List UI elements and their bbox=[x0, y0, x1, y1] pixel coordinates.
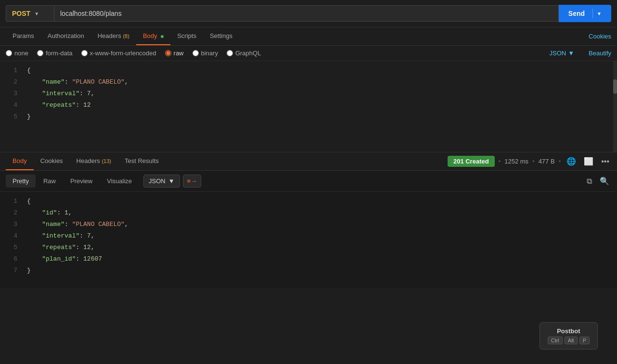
postbot-title: Postbot bbox=[557, 327, 580, 335]
req-line-5: } bbox=[27, 111, 613, 123]
res-line-3: "name": "PLANO CABELO", bbox=[27, 219, 613, 230]
res-line-num-2: 2 bbox=[6, 207, 17, 219]
res-line-4: "interval": 7, bbox=[27, 230, 613, 242]
response-json-dropdown[interactable]: JSON ▼ bbox=[143, 175, 180, 188]
response-format-bar: Pretty Raw Preview Visualize JSON ▼ ≡→ ⧉… bbox=[0, 171, 617, 192]
response-tab-test-results[interactable]: Test Results bbox=[118, 152, 166, 170]
format-tab-visualize[interactable]: Visualize bbox=[100, 175, 139, 188]
beautify-button[interactable]: Beautify bbox=[589, 50, 611, 57]
res-line-num-3: 3 bbox=[6, 219, 17, 230]
json-format-dropdown[interactable]: JSON ▼ bbox=[549, 50, 574, 57]
method-label: POST bbox=[12, 10, 30, 17]
res-line-2: "id": 1, bbox=[27, 207, 613, 219]
body-active-dot bbox=[161, 35, 164, 38]
res-line-num-4: 4 bbox=[6, 230, 17, 242]
more-options-icon[interactable]: ••• bbox=[599, 156, 611, 167]
req-line-4: "repeats": 12 bbox=[27, 100, 613, 111]
send-chevron-icon: ▼ bbox=[597, 11, 602, 16]
line-num-4: 4 bbox=[6, 100, 17, 111]
response-meta: 201 Created • 1252 ms • 477 B • 🌐 ⬜ ••• bbox=[448, 156, 611, 167]
tab-scripts[interactable]: Scripts bbox=[170, 27, 203, 45]
response-time: 1252 ms bbox=[504, 158, 528, 165]
format-tab-raw[interactable]: Raw bbox=[37, 175, 63, 188]
response-tabs: Body Cookies Headers (13) Test Results 2… bbox=[0, 152, 617, 171]
url-bar: POST ▼ Send ▼ bbox=[0, 0, 617, 27]
request-line-numbers: 1 2 3 4 5 bbox=[0, 65, 23, 123]
res-line-num-5: 5 bbox=[6, 242, 17, 253]
response-json-chevron-icon: ▼ bbox=[168, 177, 175, 185]
tab-params[interactable]: Params bbox=[6, 27, 41, 45]
request-code-editor[interactable]: 1 2 3 4 5 { "name": "PLANO CABELO", "int… bbox=[0, 61, 617, 152]
response-tab-cookies[interactable]: Cookies bbox=[34, 152, 70, 170]
request-scrollbar-thumb bbox=[613, 79, 617, 94]
postbot-popup: Postbot Ctrl Alt P bbox=[540, 322, 598, 350]
key-alt: Alt bbox=[565, 337, 578, 344]
res-line-num-7: 7 bbox=[6, 265, 17, 276]
send-button[interactable]: Send ▼ bbox=[559, 5, 611, 22]
res-line-num-1: 1 bbox=[6, 196, 17, 207]
format-icons: ⧉ 🔍 bbox=[585, 175, 611, 188]
tab-body[interactable]: Body bbox=[136, 27, 170, 45]
res-line-6: "plan_id": 12607 bbox=[27, 253, 613, 265]
req-line-2: "name": "PLANO CABELO", bbox=[27, 76, 613, 88]
url-input[interactable] bbox=[54, 5, 559, 22]
response-section: Body Cookies Headers (13) Test Results 2… bbox=[0, 152, 617, 364]
json-chevron-icon: ▼ bbox=[568, 50, 574, 57]
key-p: P bbox=[579, 337, 590, 344]
format-tab-pretty[interactable]: Pretty bbox=[6, 175, 36, 188]
response-tab-headers[interactable]: Headers (13) bbox=[70, 152, 118, 170]
body-type-form-data[interactable]: form-data bbox=[37, 50, 73, 57]
tab-settings[interactable]: Settings bbox=[203, 27, 239, 45]
cookies-link[interactable]: Cookies bbox=[589, 33, 611, 40]
globe-icon[interactable]: 🌐 bbox=[565, 156, 578, 167]
response-code-content: 1 2 3 4 5 6 7 { "id": 1, "name": "PLANO … bbox=[0, 192, 617, 280]
save-icon[interactable]: ⬜ bbox=[582, 156, 595, 167]
response-tab-body[interactable]: Body bbox=[6, 152, 34, 170]
status-badge: 201 Created bbox=[448, 156, 495, 167]
body-type-urlencoded[interactable]: x-www-form-urlencoded bbox=[81, 50, 156, 57]
postbot-shortcut: Ctrl Alt P bbox=[548, 337, 590, 344]
method-dropdown[interactable]: POST ▼ bbox=[6, 5, 54, 22]
req-line-1: { bbox=[27, 65, 613, 76]
format-tab-preview[interactable]: Preview bbox=[64, 175, 99, 188]
line-num-1: 1 bbox=[6, 65, 17, 76]
res-line-1: { bbox=[27, 196, 613, 207]
request-scrollbar[interactable] bbox=[613, 61, 617, 152]
search-response-icon[interactable]: 🔍 bbox=[598, 175, 611, 188]
line-num-2: 2 bbox=[6, 76, 17, 88]
body-type-none[interactable]: none bbox=[6, 50, 28, 57]
send-label: Send bbox=[568, 10, 589, 17]
line-num-5: 5 bbox=[6, 111, 17, 123]
body-type-graphql[interactable]: GraphQL bbox=[227, 50, 261, 57]
req-line-3: "interval": 7, bbox=[27, 88, 613, 100]
response-code-editor[interactable]: 1 2 3 4 5 6 7 { "id": 1, "name": "PLANO … bbox=[0, 192, 617, 288]
request-code-lines: { "name": "PLANO CABELO", "interval": 7,… bbox=[23, 65, 617, 123]
key-ctrl: Ctrl bbox=[548, 337, 563, 344]
line-num-3: 3 bbox=[6, 88, 17, 100]
wrap-button[interactable]: ≡→ bbox=[183, 175, 202, 188]
tab-headers[interactable]: Headers (8) bbox=[91, 27, 136, 45]
res-line-num-6: 6 bbox=[6, 253, 17, 265]
response-code-lines: { "id": 1, "name": "PLANO CABELO", "inte… bbox=[23, 196, 617, 276]
request-tabs: Params Authorization Headers (8) Body Sc… bbox=[0, 27, 617, 46]
body-type-binary[interactable]: binary bbox=[193, 50, 218, 57]
body-type-bar: none form-data x-www-form-urlencoded raw… bbox=[0, 46, 617, 61]
method-chevron-icon: ▼ bbox=[34, 11, 39, 16]
response-line-numbers: 1 2 3 4 5 6 7 bbox=[0, 196, 23, 276]
tab-authorization[interactable]: Authorization bbox=[41, 27, 91, 45]
send-divider bbox=[592, 9, 593, 18]
response-size: 477 B bbox=[539, 158, 555, 165]
res-line-7: } bbox=[27, 265, 613, 276]
copy-response-icon[interactable]: ⧉ bbox=[585, 175, 594, 188]
request-code-content: 1 2 3 4 5 { "name": "PLANO CABELO", "int… bbox=[0, 61, 617, 126]
res-line-5: "repeats": 12, bbox=[27, 242, 613, 253]
body-type-raw[interactable]: raw bbox=[165, 50, 184, 57]
